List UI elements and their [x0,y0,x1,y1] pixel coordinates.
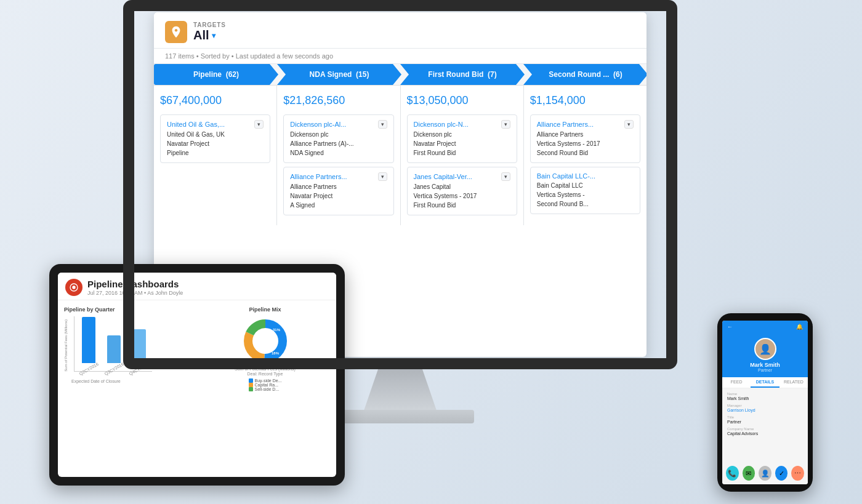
card-alliance-sr[interactable]: Alliance Partners... ▾ Alliance Partners… [530,114,640,163]
action-email-btn[interactable]: ✉ [743,466,755,481]
bar-q4-rect [132,329,146,363]
card-united-oil[interactable]: United Oil & Gas,... ▾ United Oil & Gas,… [160,114,270,163]
field-name: Name Mark Smith [727,392,803,401]
card-dickenson-fr[interactable]: Dickenson plc-N... ▾ Dickenson plcNavata… [407,114,517,163]
targets-icon [165,21,187,43]
phone-detail-fields: Name Mark Smith Manager Garrison Lloyd T… [722,388,808,442]
col-second-round: $1,154,000 Alliance Partners... ▾ Allian… [524,86,647,225]
field-company: Company Name Capital Advisors [727,427,803,436]
card-dropdown-btn[interactable]: ▾ [501,120,510,129]
card-items: United Oil & Gas, UKNavatar ProjectPipel… [167,130,264,158]
bar-chart-label: Pipeline by Quarter [64,306,194,313]
card-title: United Oil & Gas,... ▾ [167,120,264,129]
tablet-title: Pipeline Dashboards [87,279,183,289]
monitor-stand [363,369,437,412]
stage-first-round[interactable]: First Round Bid (7) [400,64,525,85]
record-subtitle: 117 items • Sorted by • Last updated a f… [154,49,647,64]
pipeline-amount: $67,400,000 [160,92,270,110]
card-dropdown-btn[interactable]: ▾ [254,120,264,129]
legend-sellside: Sell-side D... [249,387,282,391]
card-items: Bain Capital LLCVertica Systems -Second … [537,181,634,209]
field-title-label: Title [727,415,803,419]
tablet-app-icon [65,279,83,296]
card-title: Alliance Partners... ▾ [537,120,634,129]
bar-q2: Q2CY2016 [78,317,100,371]
second-round-amount: $1,154,000 [530,92,640,110]
legend-dot-capital [249,383,253,387]
stage-nda[interactable]: NDA Signed (15) [277,64,401,85]
card-title: Alliance Partners... ▾ [290,172,387,181]
svg-point-1 [72,286,75,289]
tab-details[interactable]: DETAILS [751,377,779,388]
bar-q4-label: Q4CY2016 [129,362,149,376]
bar-chart: Q2CY2016 Q3CY2016 Q4CY2016 [74,316,152,372]
avatar: 👤 [754,338,776,360]
action-call-btn[interactable]: 📞 [726,466,739,481]
stage-pipeline[interactable]: Pipeline (62) [154,64,278,85]
card-janes-fr[interactable]: Janes Capital-Ver... ▾ Janes CapitalVert… [407,167,517,215]
card-items: Alliance PartnersNavatar ProjectA Signed [290,182,387,210]
legend-label-buyside: Buy-side De... [255,378,282,383]
y-axis-label: Sum of Potential Fees (Millions) [64,319,68,372]
card-dropdown-btn[interactable]: ▾ [501,172,510,181]
card-items: Janes CapitalVertica Systems - 2017First… [414,182,510,210]
card-dropdown-btn[interactable]: ▾ [624,120,634,129]
tab-related[interactable]: RELATED [779,377,808,388]
legend-label-sellside: Sell-side D... [255,387,280,391]
field-company-value: Capital Advisors [727,431,803,436]
legend-capital: Capital Ra... [249,383,282,387]
crm-header: TARGETS All ▾ [154,12,647,49]
legend-buyside: Buy-side De... [249,378,282,383]
tablet-subtitle: Jul 27, 2016 10:00 AM • As John Doyle [87,290,183,296]
card-title: Janes Capital-Ver... ▾ [414,172,510,181]
donut-chart-label: Pipeline Mix [249,306,281,313]
card-alliance-nda[interactable]: Alliance Partners... ▾ Alliance Partners… [283,167,393,215]
bar-chart-section: Pipeline by Quarter Sum of Potential Fee… [64,306,194,391]
phone: ← 🔔 👤 Mark Smith Partner FEED DETAILS RE… [717,313,813,492]
phone-screen: ← 🔔 👤 Mark Smith Partner FEED DETAILS RE… [722,321,808,484]
bar-q2-rect [82,317,95,363]
card-dickenson-nda[interactable]: Dickenson plc-Al... ▾ Dickenson plcAllia… [283,114,393,163]
stage-second-round[interactable]: Second Round ... (6) [523,64,647,85]
bar-q2-label: Q2CY2016 [79,362,99,376]
donut-legend: Buy-side De... Capital Ra... Sell-side D… [249,378,282,391]
tablet: Pipeline Dashboards Jul 27, 2016 10:00 A… [49,264,345,486]
card-title: Dickenson plc-Al... ▾ [290,120,387,129]
card-items: Dickenson plcNavatar ProjectFirst Round … [414,130,510,158]
targets-label: TARGETS [193,22,226,28]
x-axis-label: Expected Date of Closure [71,379,194,383]
field-name-label: Name [727,392,803,396]
donut-legend-title: Deal: Record Type [248,372,283,376]
donut-svg: 51% 31% 18% [241,316,290,366]
card-bain-sr[interactable]: Bain Capital LLC-... Bain Capital LLCVer… [530,167,640,214]
phone-actions: 📞 ✉ 👤 ✓ ⋯ [722,462,808,484]
phone-notification-icon[interactable]: 🔔 [796,324,803,330]
bar-q3: Q3CY2016 [103,335,125,371]
action-more-btn[interactable]: ⋯ [791,466,804,481]
col-pipeline: $67,400,000 United Oil & Gas,... ▾ Unite… [154,86,277,225]
card-items: Dickenson plcAlliance Partners (A)-...ND… [290,130,387,158]
card-title: Dickenson plc-N... ▾ [414,120,510,129]
action-profile-btn[interactable]: 👤 [759,466,771,481]
field-title-value: Partner [727,420,803,424]
phone-avatar-wrap: 👤 Mark Smith Partner [722,333,808,377]
card-dropdown-btn[interactable]: ▾ [378,172,387,181]
col-first-round: $13,050,000 Dickenson plc-N... ▾ Dickens… [401,86,524,225]
contact-role: Partner [758,368,772,372]
card-dropdown-btn[interactable]: ▾ [378,120,387,129]
all-dropdown[interactable]: All ▾ [193,28,226,42]
phone-tabs: FEED DETAILS RELATED [722,377,808,388]
contact-name: Mark Smith [750,362,780,368]
first-round-amount: $13,050,000 [407,92,517,110]
svg-text:51%: 51% [253,340,261,344]
bar-q3-label: Q3CY2016 [103,362,124,376]
tablet-header: Pipeline Dashboards Jul 27, 2016 10:00 A… [58,273,336,300]
phone-back-btn[interactable]: ← [727,324,733,330]
field-manager: Manager Garrison Lloyd [727,404,803,412]
field-manager-value[interactable]: Garrison Lloyd [727,408,803,412]
action-check-btn[interactable]: ✓ [775,466,788,481]
all-label-text: All [193,28,209,42]
tab-feed[interactable]: FEED [722,377,751,388]
svg-text:31%: 31% [273,328,281,332]
bar-q3-rect [107,335,121,363]
